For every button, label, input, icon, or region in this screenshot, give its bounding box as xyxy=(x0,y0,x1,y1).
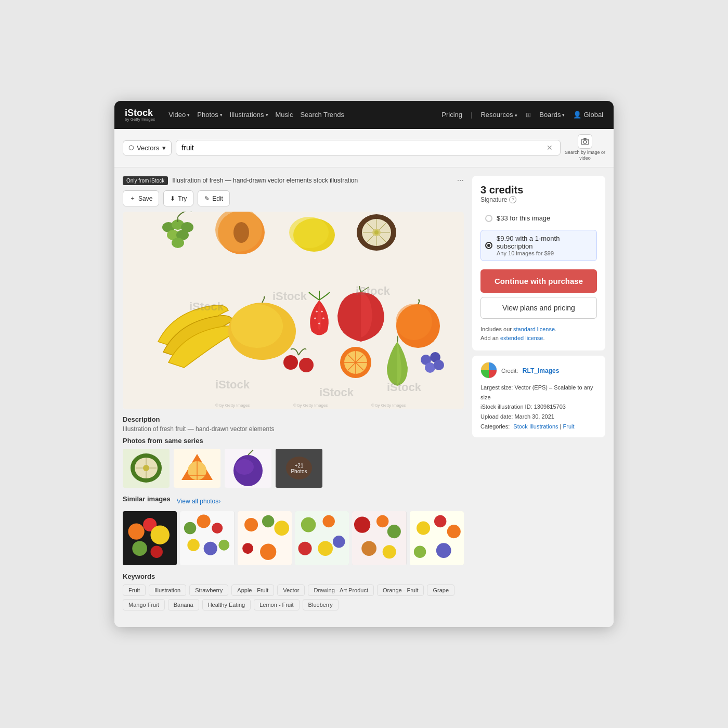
svg-point-81 xyxy=(204,542,217,555)
svg-text:© by Getty Images: © by Getty Images xyxy=(371,403,406,408)
svg-point-99 xyxy=(362,541,377,556)
svg-point-71 xyxy=(128,523,144,539)
meta-section: Credit: RLT_Images Largest size: Vector … xyxy=(472,356,605,437)
svg-point-82 xyxy=(219,540,230,551)
svg-point-78 xyxy=(197,515,211,528)
svg-point-29 xyxy=(322,318,324,319)
nav-pricing[interactable]: Pricing xyxy=(441,111,462,119)
search-filter-dropdown[interactable]: ⬡ Vectors ▾ xyxy=(123,140,172,155)
keyword-tag[interactable]: Fruit xyxy=(123,584,146,596)
chevron-down-icon: ▾ xyxy=(515,113,517,118)
view-plans-button[interactable]: View plans and pricing xyxy=(480,297,597,319)
svg-point-98 xyxy=(387,525,401,538)
similar-thumb-3[interactable] xyxy=(238,511,292,565)
keywords-title: Keywords xyxy=(123,573,464,580)
svg-point-14 xyxy=(233,222,249,243)
svg-point-86 xyxy=(274,521,289,536)
svg-point-31 xyxy=(316,311,318,313)
continue-purchase-button[interactable]: Continue with purchase xyxy=(480,269,597,293)
nav-search-trends[interactable]: Search Trends xyxy=(300,111,344,119)
price-option-1[interactable]: $33 for this image xyxy=(480,210,597,227)
price-2-text: $9.90 with a 1-month subscription xyxy=(497,235,592,250)
keyword-tag[interactable]: Strawberry xyxy=(189,584,228,596)
edit-button[interactable]: ✎ Edit xyxy=(198,190,230,206)
keyword-tag[interactable]: Grape xyxy=(427,584,454,596)
search-by-image-label: Search by image orvideo xyxy=(565,150,605,162)
svg-point-79 xyxy=(212,523,223,534)
svg-text:iStock: iStock xyxy=(356,284,391,297)
similar-thumb-4[interactable] xyxy=(295,511,349,565)
price-option-2[interactable]: $9.90 with a 1-month subscription Any 10… xyxy=(480,230,597,261)
svg-point-94 xyxy=(333,536,345,548)
plan-label: Signature xyxy=(480,196,507,203)
search-input[interactable] xyxy=(181,144,544,152)
keyword-tag[interactable]: Drawing - Art Product xyxy=(308,584,374,596)
keyword-tag[interactable]: Apple - Fruit xyxy=(231,584,274,596)
category-2-link[interactable]: Fruit xyxy=(563,423,575,430)
series-thumb-more[interactable]: +21 Photos xyxy=(276,449,322,488)
nav-global[interactable]: 👤 Global xyxy=(573,111,603,119)
categories-label: Categories: xyxy=(480,423,510,430)
similar-thumb-1[interactable] xyxy=(123,511,177,565)
image-actions: ＋ Save ⬇ Try ✎ Edit xyxy=(123,190,464,206)
boards-icon: ⊞ xyxy=(526,111,531,119)
license-text: Includes our standard license.Add an ext… xyxy=(480,325,597,342)
keyword-tag[interactable]: Orange - Fruit xyxy=(377,584,424,596)
nav-video[interactable]: Video ▾ xyxy=(168,111,190,119)
extended-license-link[interactable]: extended license xyxy=(500,335,543,341)
try-button[interactable]: ⬇ Try xyxy=(163,190,193,206)
keyword-tag[interactable]: Banana xyxy=(168,599,199,610)
svg-text:© by Getty Images: © by Getty Images xyxy=(215,403,250,408)
keyword-tag[interactable]: Illustration xyxy=(149,584,186,596)
svg-text:iStock: iStock xyxy=(387,381,422,394)
svg-point-30 xyxy=(318,323,320,324)
nav-links: Video ▾ Photos ▾ Illustrations ▾ Music S… xyxy=(168,111,344,119)
illustration-id: iStock illustration ID: 1309815703 xyxy=(480,402,597,412)
series-thumb-2[interactable] xyxy=(174,449,220,488)
view-all-photos-link[interactable]: View all photos› xyxy=(177,498,221,505)
similar-thumb-6[interactable] xyxy=(410,511,464,565)
svg-point-1 xyxy=(583,140,587,144)
credit-label: Credit: xyxy=(501,368,518,374)
vectors-icon: ⬡ xyxy=(128,144,134,151)
svg-point-91 xyxy=(322,515,334,527)
series-thumb-3[interactable] xyxy=(225,449,271,488)
nav-music[interactable]: Music xyxy=(276,111,293,119)
svg-point-17 xyxy=(289,217,329,248)
category-1-link[interactable]: Stock Illustrations xyxy=(513,423,558,430)
svg-text:iStock: iStock xyxy=(189,300,224,313)
download-icon: ⬇ xyxy=(170,195,175,202)
keyword-tag[interactable]: Vector xyxy=(277,584,305,596)
keyword-tag[interactable]: Blueberry xyxy=(303,599,339,610)
meta-details: Largest size: Vector (EPS) – Scalable to… xyxy=(480,383,597,431)
main-image: iStock iStock iStock iStock iStock iStoc… xyxy=(123,212,464,409)
similar-thumb-2[interactable] xyxy=(180,511,234,565)
clear-icon[interactable]: ✕ xyxy=(544,144,555,152)
series-thumb-1[interactable] xyxy=(123,449,170,488)
credit-name-link[interactable]: RLT_Images xyxy=(523,367,559,374)
nav-boards[interactable]: Boards ▾ xyxy=(539,111,565,119)
radio-option-2 xyxy=(485,242,492,249)
logo-subtext: by Getty Images xyxy=(125,118,155,122)
nav-resources[interactable]: Resources ▾ xyxy=(480,111,517,119)
nav-photos[interactable]: Photos ▾ xyxy=(197,111,222,119)
search-by-image-button[interactable]: Search by image orvideo xyxy=(565,134,605,162)
try-label: Try xyxy=(178,195,187,202)
logo[interactable]: iStock by Getty Images xyxy=(125,108,155,122)
series-section: Photos from same series xyxy=(123,437,464,488)
nav-illustrations[interactable]: Illustrations ▾ xyxy=(230,111,268,119)
svg-point-28 xyxy=(314,318,316,319)
svg-point-100 xyxy=(383,545,396,558)
keyword-tag[interactable]: Mango Fruit xyxy=(123,599,165,610)
similar-thumb-5[interactable] xyxy=(352,511,406,565)
chevron-down-icon: ▾ xyxy=(266,112,268,118)
keyword-tag[interactable]: Lemon - Fruit xyxy=(254,599,299,610)
keyword-tag[interactable]: Healthy Eating xyxy=(202,599,251,610)
save-button[interactable]: ＋ Save xyxy=(123,190,159,206)
more-options-button[interactable]: ··· xyxy=(457,176,464,185)
plan-help-icon[interactable]: ? xyxy=(509,196,516,203)
standard-license-link[interactable]: standard license xyxy=(513,326,555,332)
user-icon: 👤 xyxy=(573,111,581,119)
right-panel: 3 credits Signature ? $33 for this image… xyxy=(472,176,605,437)
largest-size: Largest size: Vector (EPS) – Scalable to… xyxy=(480,383,597,402)
